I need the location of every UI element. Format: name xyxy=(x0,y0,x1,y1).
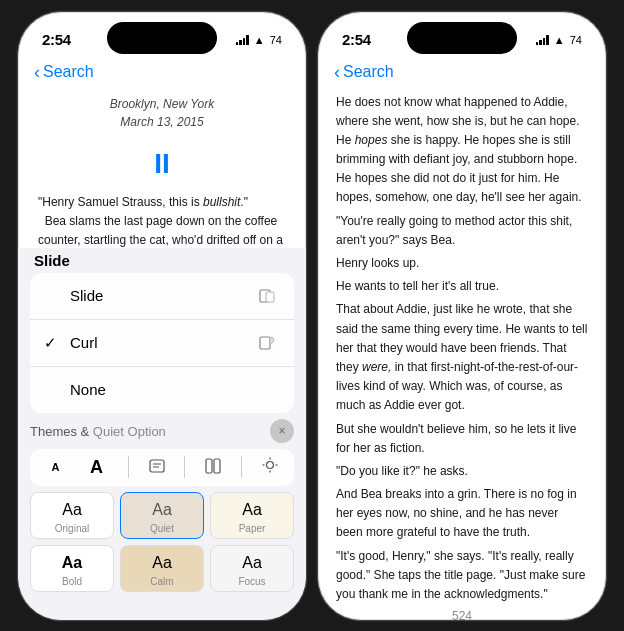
right-para-1: He does not know what happened to Addie,… xyxy=(336,93,588,208)
none-icon xyxy=(254,377,280,403)
anim-none-left: None xyxy=(44,381,106,398)
font-controls-row: A A xyxy=(30,449,294,486)
right-para-2: "You're really going to method actor thi… xyxy=(336,212,588,250)
anim-slide-left: Slide xyxy=(44,287,103,304)
time-right: 2:54 xyxy=(342,31,371,48)
layout-button[interactable] xyxy=(204,457,222,478)
right-para-6: But she wouldn't believe him, so he lets… xyxy=(336,420,588,458)
right-para-5: That about Addie, just like he wrote, th… xyxy=(336,300,588,415)
back-label-right: Search xyxy=(343,63,394,81)
theme-focus-label: Focus xyxy=(238,576,265,587)
themes-header: Themes & Quiet Option × xyxy=(30,419,294,443)
svg-rect-7 xyxy=(214,459,220,473)
themes-title: Themes & Quiet Option xyxy=(30,422,166,440)
anim-curl-left: ✓ Curl xyxy=(44,334,98,352)
chevron-left-icon: ‹ xyxy=(34,62,40,83)
slide-icon xyxy=(254,283,280,309)
chapter-number: II xyxy=(38,142,286,185)
theme-bold-label: Bold xyxy=(62,576,82,587)
right-para-4: He wants to tell her it's all true. xyxy=(336,277,588,296)
theme-calm-label: Calm xyxy=(150,576,173,587)
right-para-7: "Do you like it?" he asks. xyxy=(336,462,588,481)
book-header: Brooklyn, New York March 13, 2015 xyxy=(38,95,286,132)
wifi-icon-right: ▲ xyxy=(554,34,565,46)
anim-curl-label: Curl xyxy=(70,334,98,351)
brightness-button[interactable] xyxy=(261,456,279,478)
back-label-left: Search xyxy=(43,63,94,81)
anim-slide[interactable]: Slide xyxy=(30,273,294,320)
svg-rect-2 xyxy=(260,337,270,349)
checkmark-curl: ✓ xyxy=(44,334,60,352)
page-number: 524 xyxy=(318,609,606,621)
theme-quiet-sample: Aa xyxy=(152,501,172,519)
anim-slide-label: Slide xyxy=(70,287,103,304)
theme-quiet[interactable]: Aa Quiet xyxy=(120,492,204,539)
theme-original[interactable]: Aa Original xyxy=(30,492,114,539)
theme-calm[interactable]: Aa Calm xyxy=(120,545,204,592)
book-date: March 13, 2015 xyxy=(38,113,286,132)
themes-grid: Aa Original Aa Quiet Aa Paper Aa Bold xyxy=(30,492,294,592)
close-icon: × xyxy=(278,424,285,438)
theme-paper-label: Paper xyxy=(239,523,266,534)
svg-point-8 xyxy=(266,462,273,469)
font-decrease-button[interactable]: A xyxy=(45,459,65,475)
anim-curl[interactable]: ✓ Curl xyxy=(30,320,294,367)
battery-icon-right: 74 xyxy=(570,34,582,46)
svg-rect-6 xyxy=(206,459,212,473)
back-button-left[interactable]: ‹ Search xyxy=(34,62,94,83)
left-phone: 2:54 ▲ 74 ‹ Search xyxy=(17,11,307,621)
wifi-icon: ▲ xyxy=(254,34,265,46)
status-icons-left: ▲ 74 xyxy=(236,34,282,46)
book-line-1: "Henry Samuel Strauss, this is bullshit.… xyxy=(38,193,286,212)
font-increase-button[interactable]: A xyxy=(84,455,109,480)
themes-section: Themes & Quiet Option × A A xyxy=(18,413,306,596)
battery-icon: 74 xyxy=(270,34,282,46)
theme-bold-sample: Aa xyxy=(62,554,82,572)
chevron-right-icon: ‹ xyxy=(334,62,340,83)
nav-bar-right: ‹ Search xyxy=(318,60,606,89)
separator-2 xyxy=(184,456,185,478)
curl-icon xyxy=(254,330,280,356)
theme-focus[interactable]: Aa Focus xyxy=(210,545,294,592)
theme-quiet-label: Quiet xyxy=(150,523,174,534)
animation-options: Slide ✓ Curl xyxy=(30,273,294,413)
svg-rect-3 xyxy=(150,460,164,472)
theme-calm-sample: Aa xyxy=(152,554,172,572)
close-button[interactable]: × xyxy=(270,419,294,443)
status-icons-right: ▲ 74 xyxy=(536,34,582,46)
right-para-9: "It's good, Henry," she says. "It's real… xyxy=(336,547,588,605)
right-para-3: Henry looks up. xyxy=(336,254,588,273)
separator-1 xyxy=(128,456,129,478)
separator-3 xyxy=(241,456,242,478)
svg-rect-1 xyxy=(266,292,274,302)
right-phone: 2:54 ▲ 74 ‹ Search H xyxy=(317,11,607,621)
theme-focus-sample: Aa xyxy=(242,554,262,572)
signal-icon xyxy=(236,35,249,45)
theme-paper-sample: Aa xyxy=(242,501,262,519)
theme-bold[interactable]: Aa Bold xyxy=(30,545,114,592)
right-para-8: And Bea breaks into a grin. There is no … xyxy=(336,485,588,543)
theme-original-sample: Aa xyxy=(62,501,82,519)
phones-container: 2:54 ▲ 74 ‹ Search xyxy=(17,11,607,621)
dynamic-island-right xyxy=(407,22,517,54)
dynamic-island xyxy=(107,22,217,54)
nav-bar-left: ‹ Search xyxy=(18,60,306,89)
time-left: 2:54 xyxy=(42,31,71,48)
theme-original-label: Original xyxy=(55,523,89,534)
theme-paper[interactable]: Aa Paper xyxy=(210,492,294,539)
back-button-right[interactable]: ‹ Search xyxy=(334,62,394,83)
anim-none[interactable]: None xyxy=(30,367,294,413)
bottom-panel: Slide Slide xyxy=(18,248,306,620)
themes-label: Themes & Quiet Option xyxy=(30,424,166,439)
font-family-button[interactable] xyxy=(148,457,166,478)
book-content-right: He does not know what happened to Addie,… xyxy=(318,89,606,609)
signal-icon-right xyxy=(536,35,549,45)
anim-none-label: None xyxy=(70,381,106,398)
book-location: Brooklyn, New York xyxy=(38,95,286,114)
slide-title: Slide xyxy=(30,252,70,269)
